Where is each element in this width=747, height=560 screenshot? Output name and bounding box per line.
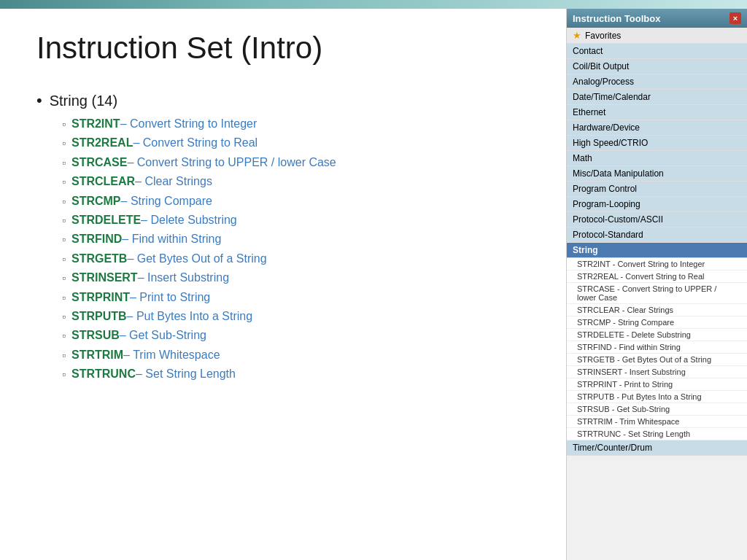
cmd-text: STRPRINT (71, 289, 130, 306)
sidebar-categories: ★FavoritesContactCoil/Bit OutputAnalog/P… (567, 28, 747, 456)
sidebar-string-sub-item[interactable]: STRFIND - Find within String (567, 341, 747, 354)
string-item: ▫STRTRUNC – Set String Length (62, 366, 528, 382)
sidebar-item-program-looping[interactable]: Program-Looping (567, 197, 747, 212)
cmd-text: STRDELETE (71, 212, 141, 228)
sidebar-item-contact[interactable]: Contact (567, 44, 747, 59)
cmd-text: STRINSERT (71, 270, 138, 286)
sidebar-item-misc-data-manipulation[interactable]: Misc/Data Manipulation (567, 166, 747, 182)
sidebar-item-math[interactable]: Math (567, 151, 747, 166)
sidebar-item-protocol-standard[interactable]: Protocol-Standard (567, 228, 747, 243)
desc-text: – Trim Whitespace (123, 347, 220, 363)
string-item: ▫STR2INT – Convert String to Integer (62, 116, 528, 132)
desc-text: – Delete Substring (141, 212, 237, 228)
sub-bullet: ▫ (62, 135, 66, 151)
cmd-text: STRCASE (71, 155, 127, 171)
sub-bullet: ▫ (62, 270, 66, 286)
desc-text: – Get Sub-String (120, 327, 206, 343)
page-title: Instruction Set (Intro) (36, 31, 528, 66)
sub-bullet: ▫ (62, 116, 66, 132)
sub-bullet: ▫ (62, 212, 66, 228)
sidebar-item-analog-process[interactable]: Analog/Process (567, 74, 747, 90)
sidebar-item-ethernet[interactable]: Ethernet (567, 105, 747, 120)
cmd-text: STRCLEAR (71, 174, 135, 190)
sidebar-string-sub-item[interactable]: STRTRIM - Trim Whitespace (567, 416, 747, 428)
cmd-text: STRTRIM (71, 347, 123, 363)
top-gradient-bar (0, 0, 747, 9)
sub-bullet: ▫ (62, 174, 66, 190)
sidebar-string-sub-item[interactable]: STRCASE - Convert String to UPPER / lowe… (567, 283, 747, 304)
close-button[interactable]: × (729, 12, 741, 24)
sub-bullet: ▫ (62, 347, 66, 363)
string-item: ▫STRPRINT – Print to String (62, 289, 528, 306)
desc-text: – Print to String (130, 289, 210, 306)
desc-text: – Find within String (122, 231, 221, 247)
desc-text: – String Compare (121, 193, 212, 209)
string-items-list: ▫STR2INT – Convert String to Integer▫STR… (36, 116, 528, 382)
sidebar-title: Instruction Toolbox (573, 13, 660, 24)
string-item: ▫STRCASE – Convert String to UPPER / low… (62, 155, 528, 171)
string-item: ▫STRCMP – String Compare (62, 193, 528, 209)
cmd-text: STRCMP (71, 193, 121, 209)
string-item: ▫STRDELETE – Delete Substring (62, 212, 528, 228)
string-item: ▫STR2REAL – Convert String to Real (62, 135, 528, 151)
string-item: ▫STRINSERT – Insert Substring (62, 270, 528, 286)
sidebar-item-hardware-device[interactable]: Hardware/Device (567, 120, 747, 136)
desc-text: – Clear Strings (135, 174, 212, 190)
bullet: • (36, 91, 42, 110)
sub-bullet: ▫ (62, 289, 66, 306)
sidebar-string-sub-item[interactable]: STRINSERT - Insert Substring (567, 366, 747, 378)
desc-text: – Insert Substring (138, 270, 229, 286)
desc-text: – Get Bytes Out of a String (127, 251, 266, 267)
cmd-text: STRSUB (71, 327, 120, 343)
cmd-text: STRFIND (71, 231, 122, 247)
sidebar-item-high-speed-ctrio[interactable]: High Speed/CTRIO (567, 136, 747, 151)
sidebar-item-label: Favorites (585, 31, 621, 41)
content-list: • String (14) ▫STR2INT – Convert String … (36, 91, 528, 382)
string-item: ▫STRGETB – Get Bytes Out of a String (62, 251, 528, 267)
cmd-text: STR2INT (71, 116, 120, 132)
sidebar-item-program-control[interactable]: Program Control (567, 182, 747, 197)
sidebar-item-date-time-calendar[interactable]: Date/Time/Calendar (567, 90, 747, 105)
desc-text: – Put Bytes Into a String (127, 308, 253, 324)
string-label: String (14) (50, 93, 117, 109)
cmd-text: STRGETB (71, 251, 127, 267)
string-item: ▫STRPUTB – Put Bytes Into a String (62, 308, 528, 324)
sidebar-string-sub-item[interactable]: STRPUTB - Put Bytes Into a String (567, 391, 747, 403)
cmd-text: STR2REAL (71, 135, 133, 151)
sidebar-string-sub-item[interactable]: STRCLEAR - Clear Strings (567, 304, 747, 316)
sub-bullet: ▫ (62, 366, 66, 382)
string-item: ▫STRFIND – Find within String (62, 231, 528, 247)
sidebar-item-string[interactable]: String (567, 243, 747, 258)
cmd-text: STRTRUNC (71, 366, 136, 382)
sub-bullet: ▫ (62, 231, 66, 247)
sidebar-string-sub-item[interactable]: STRDELETE - Delete Substring (567, 329, 747, 341)
sidebar-header: Instruction Toolbox × (567, 9, 747, 28)
sidebar-item-protocol-custom-ascii[interactable]: Protocol-Custom/ASCII (567, 212, 747, 228)
sub-bullet: ▫ (62, 193, 66, 209)
main-content: Instruction Set (Intro) • String (14) ▫S… (0, 9, 565, 560)
sidebar-item-coil-bit-output[interactable]: Coil/Bit Output (567, 59, 747, 74)
string-item: ▫STRTRIM – Trim Whitespace (62, 347, 528, 363)
sidebar-string-sub-item[interactable]: STRSUB - Get Sub-String (567, 403, 747, 416)
string-item: ▫STRCLEAR – Clear Strings (62, 174, 528, 190)
star-icon: ★ (573, 30, 581, 41)
sidebar-string-sub-item[interactable]: STRPRINT - Print to String (567, 378, 747, 391)
sidebar-string-sub-item[interactable]: STR2REAL - Convert String to Real (567, 271, 747, 283)
sidebar-string-sub-item[interactable]: STRCMP - String Compare (567, 316, 747, 329)
sub-bullet: ▫ (62, 251, 66, 267)
sidebar: Instruction Toolbox × ★FavoritesContactC… (566, 9, 747, 560)
cmd-text: STRPUTB (71, 308, 127, 324)
sidebar-item-timer[interactable]: Timer/Counter/Drum (567, 440, 747, 456)
desc-text: – Convert String to Integer (120, 116, 258, 132)
string-header: • String (14) (36, 91, 528, 110)
desc-text: – Convert String to UPPER / lower Case (127, 155, 336, 171)
sidebar-string-sub-item[interactable]: STR2INT - Convert String to Integer (567, 258, 747, 271)
sub-bullet: ▫ (62, 308, 66, 324)
sub-bullet: ▫ (62, 155, 66, 171)
sidebar-item-favorites[interactable]: ★Favorites (567, 28, 747, 44)
string-section: • String (14) ▫STR2INT – Convert String … (36, 91, 528, 382)
string-item: ▫STRSUB – Get Sub-String (62, 327, 528, 343)
sidebar-string-sub-item[interactable]: STRTRUNC - Set String Length (567, 428, 747, 440)
desc-text: – Set String Length (136, 366, 236, 382)
sidebar-string-sub-item[interactable]: STRGETB - Get Bytes Out of a String (567, 354, 747, 366)
